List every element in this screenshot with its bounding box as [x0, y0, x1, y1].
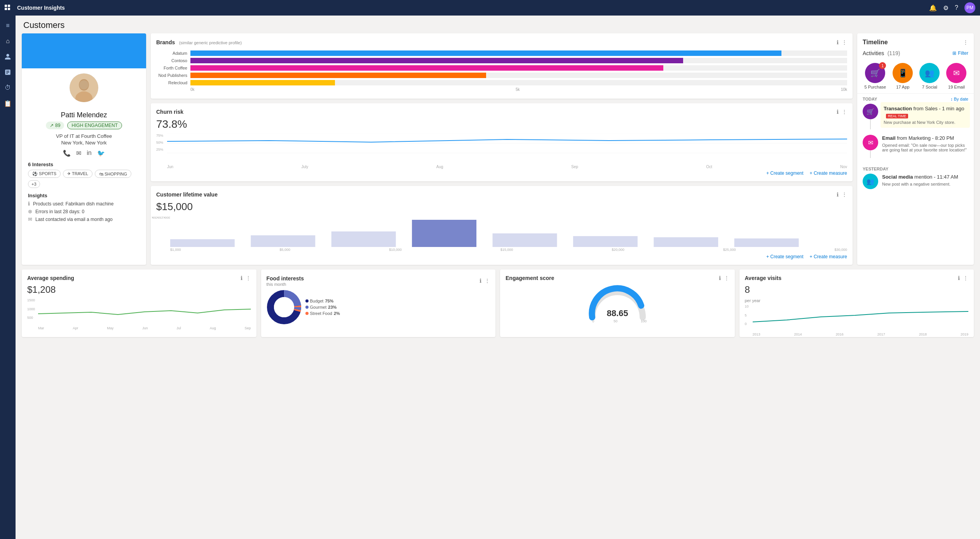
- avg-spending-value: $1,208: [27, 284, 251, 295]
- email-act-icon[interactable]: ✉: [946, 63, 966, 83]
- svg-rect-3: [8, 8, 10, 10]
- insights-section: Insights ℹ Products used: Fabrikam dish …: [28, 193, 140, 222]
- twitter-icon[interactable]: 🐦: [97, 150, 105, 157]
- svg-rect-2: [5, 8, 7, 10]
- linkedin-icon[interactable]: in: [87, 150, 91, 157]
- email-tl-icon: ✉: [863, 135, 878, 150]
- avg-visits-card: Average visits ℹ ⋮ 8 per year 1050: [739, 270, 974, 337]
- create-segment-link[interactable]: + Create segment: [766, 170, 804, 176]
- social-icon[interactable]: 👥: [919, 63, 940, 83]
- brands-more-icon[interactable]: ⋮: [842, 39, 847, 45]
- avg-visits-info[interactable]: ℹ: [958, 275, 960, 281]
- food-interests-title-group: Food interests this month: [267, 275, 304, 287]
- tl-line-group-2: ✉: [863, 135, 878, 158]
- social-activity[interactable]: 👥 7 Social: [919, 63, 940, 89]
- avg-visits-more[interactable]: ⋮: [963, 275, 968, 281]
- activities-group: Activities (119): [863, 50, 900, 57]
- transaction-content: Transaction from Sales - 1 min ago REAL …: [881, 102, 970, 128]
- tl-line-group-3: 👥: [863, 174, 878, 189]
- email-content: Email from Marketing - 8:20 PM Opened em…: [882, 135, 968, 158]
- engagement-info[interactable]: ℹ: [719, 275, 721, 281]
- clv-links: + Create segment + Create measure: [156, 254, 847, 259]
- clv-info-icon[interactable]: ℹ: [837, 191, 839, 198]
- engagement-more[interactable]: ⋮: [724, 275, 729, 281]
- svg-rect-16: [573, 236, 638, 247]
- filter-button[interactable]: ⊞ Filter: [952, 50, 968, 56]
- realtime-badge: REAL TIME: [886, 114, 908, 118]
- clv-value: $15,000: [156, 201, 847, 213]
- filter-icon: ⊞: [952, 50, 956, 56]
- settings-icon[interactable]: ⚙: [943, 4, 949, 12]
- svg-rect-0: [5, 5, 7, 7]
- food-interests-title: Food interests: [267, 275, 304, 282]
- bar-contoso: Contoso: [156, 58, 847, 63]
- profile-role: VP of IT at Fourth Coffee: [28, 133, 140, 139]
- email-activity[interactable]: ✉ 19 Email: [946, 63, 966, 89]
- score-badge: ↗ 89: [46, 122, 64, 129]
- top-row: Patti Melendez ↗ 89 HIGH ENGAGEMENT VP o…: [22, 33, 974, 265]
- sort-by-date[interactable]: ↕ By date: [950, 97, 968, 101]
- clv-title: Customer lifetime value: [156, 191, 218, 198]
- timeline-more-icon[interactable]: ⋮: [963, 39, 968, 45]
- food-interests-header: Food interests this month ℹ ⋮: [267, 275, 490, 287]
- top-nav: Customer Insights 🔔 ⚙ ? PM: [0, 0, 980, 16]
- svg-point-22: [274, 297, 294, 317]
- engagement-actions: ℹ ⋮: [719, 275, 729, 281]
- email-desc: Opened email: "On sale now—our top picks…: [882, 143, 968, 152]
- timeline-title: Timeline: [863, 39, 888, 46]
- app-activity[interactable]: 📱 17 App: [893, 63, 913, 89]
- transaction-title: Transaction from Sales - 1 min ago REAL …: [884, 105, 967, 119]
- brands-title-group: Brands (similar generic predictive profi…: [156, 39, 242, 46]
- bar-relecloud: Relecloud: [156, 80, 847, 85]
- interests-more[interactable]: +3: [28, 180, 40, 188]
- avg-spending-info[interactable]: ℹ: [241, 275, 242, 281]
- clv-card: Customer lifetime value ℹ ⋮ $15,000 300k…: [151, 186, 853, 265]
- svg-rect-18: [734, 238, 799, 247]
- clv-more-icon[interactable]: ⋮: [842, 191, 847, 198]
- food-interests-info[interactable]: ℹ: [480, 278, 481, 284]
- churn-more-icon[interactable]: ⋮: [842, 109, 847, 115]
- gauge-area: 88.65 0 100 50: [506, 284, 729, 323]
- clv-create-segment[interactable]: + Create segment: [766, 254, 804, 259]
- sidebar-list-icon[interactable]: 📋: [1, 96, 15, 110]
- app-label: 17 App: [896, 85, 909, 89]
- help-icon[interactable]: ?: [955, 4, 958, 11]
- create-measure-link[interactable]: + Create measure: [810, 170, 847, 176]
- bottom-row: Average spending ℹ ⋮ $1,208 15001000500: [22, 270, 974, 337]
- sidebar-people-icon[interactable]: [1, 50, 15, 64]
- profile-socials: 📞 ✉ in 🐦: [28, 150, 140, 157]
- brands-bars: Adatum Contoso Forth Coffee: [156, 49, 847, 93]
- brands-card: Brands (similar generic predictive profi…: [151, 33, 853, 99]
- churn-title: Churn risk: [156, 109, 183, 115]
- brands-info-icon[interactable]: ℹ: [837, 39, 839, 45]
- avg-spending-more[interactable]: ⋮: [246, 275, 251, 281]
- purchase-activity[interactable]: 🛒 1 5 Purchase: [865, 63, 886, 89]
- churn-info-icon[interactable]: ℹ: [837, 109, 839, 115]
- churn-actions: ℹ ⋮: [837, 109, 847, 115]
- user-avatar[interactable]: PM: [964, 2, 975, 13]
- phone-icon[interactable]: 📞: [63, 150, 71, 157]
- email-icon[interactable]: ✉: [76, 150, 81, 157]
- gourmet-label: Gourmet 23%: [305, 305, 340, 309]
- sidebar-analytics-icon[interactable]: [1, 65, 15, 79]
- sort-icon: ↕: [950, 97, 953, 101]
- food-interests-more[interactable]: ⋮: [485, 278, 490, 284]
- avg-spending-title: Average spending: [27, 275, 74, 281]
- clv-chart: 300k 150k 50k: [156, 216, 847, 247]
- social-content: Social media mention - 11:47 AM New post…: [882, 174, 968, 189]
- food-interests-subtitle: this month: [267, 282, 304, 287]
- avg-spending-header: Average spending ℹ ⋮: [27, 275, 251, 281]
- svg-rect-13: [331, 231, 396, 247]
- app-grid-icon[interactable]: [5, 5, 11, 11]
- purchase-icon[interactable]: 🛒 1: [865, 63, 885, 83]
- sidebar-time-icon[interactable]: ⏱: [1, 81, 15, 95]
- sidebar-menu-icon[interactable]: ≡: [1, 19, 15, 33]
- timeline-scroll[interactable]: TODAY ↕ By date 🛒: [857, 94, 974, 265]
- sidebar-home-icon[interactable]: ⌂: [1, 34, 15, 48]
- interests-section: 6 Interests ⚽ SPORTS ✈ TRAVEL 🛍 SHOPPING…: [28, 162, 140, 188]
- clv-create-measure[interactable]: + Create measure: [810, 254, 847, 259]
- notification-icon[interactable]: 🔔: [929, 4, 937, 12]
- brands-title: Brands: [156, 39, 175, 45]
- app-icon[interactable]: 📱: [893, 63, 913, 83]
- page-title: Customers: [23, 20, 972, 30]
